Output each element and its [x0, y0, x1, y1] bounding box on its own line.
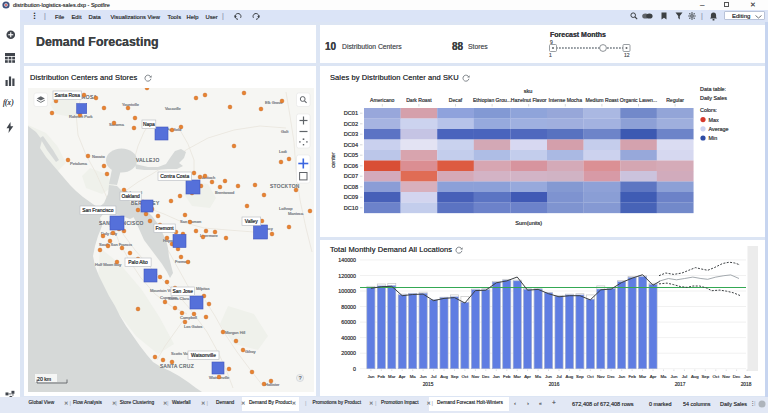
svg-text:Vacaville: Vacaville — [165, 106, 181, 111]
svg-text:Morgan Hill: Morgan Hill — [225, 330, 245, 335]
svg-text:100000: 100000 — [338, 288, 356, 294]
svg-text:Feb: Feb — [628, 374, 636, 379]
svg-text:Average: Average — [709, 126, 729, 132]
svg-text:Sep: Sep — [701, 374, 709, 379]
svg-text:DC05: DC05 — [344, 152, 358, 158]
svg-text:Regular: Regular — [666, 97, 684, 103]
svg-text:0: 0 — [353, 366, 356, 372]
svg-text:Nov: Nov — [472, 374, 480, 379]
svg-text:Galt: Galt — [281, 129, 289, 134]
svg-text:Oct: Oct — [712, 374, 719, 379]
svg-text:DC10: DC10 — [344, 205, 358, 211]
svg-text:Americano: Americano — [370, 97, 395, 103]
svg-text:Dec: Dec — [607, 374, 615, 379]
svg-text:20 km: 20 km — [37, 376, 51, 382]
svg-text:DC09: DC09 — [344, 194, 358, 200]
svg-text:Oct: Oct — [462, 374, 469, 379]
svg-text:Jan: Jan — [744, 374, 752, 379]
svg-text:Max: Max — [709, 117, 719, 123]
svg-text:SANTA CRUZ: SANTA CRUZ — [160, 364, 194, 369]
svg-text:Apr: Apr — [524, 374, 531, 379]
svg-text:Mar: Mar — [513, 374, 521, 379]
svg-text:Fremont: Fremont — [155, 226, 174, 231]
svg-text:20000: 20000 — [341, 350, 356, 356]
svg-text:Oct: Oct — [587, 374, 594, 379]
svg-text:Daily Sales: Daily Sales — [700, 95, 727, 101]
svg-text:Decaf: Decaf — [449, 97, 463, 103]
svg-text:Hollister: Hollister — [265, 382, 280, 387]
svg-text:DC03: DC03 — [344, 131, 358, 137]
svg-text:Scotts Val: Scotts Val — [171, 351, 189, 356]
svg-text:Aug: Aug — [691, 374, 699, 379]
svg-text:Colors:: Colors: — [700, 107, 717, 113]
svg-text:center: center — [330, 152, 336, 168]
svg-text:Oakland: Oakland — [121, 194, 139, 199]
svg-text:Jul: Jul — [431, 374, 437, 379]
svg-text:Jan: Jan — [618, 374, 626, 379]
svg-text:Sep: Sep — [451, 374, 459, 379]
svg-text:Nov: Nov — [722, 374, 730, 379]
svg-text:Mar: Mar — [639, 374, 647, 379]
svg-text:Sep: Sep — [576, 374, 584, 379]
svg-text:DC04: DC04 — [344, 142, 358, 148]
svg-text:Lodi: Lodi — [279, 149, 287, 154]
svg-text:DC01: DC01 — [344, 110, 358, 116]
svg-text:Palo Alto: Palo Alto — [128, 260, 148, 265]
svg-text:Ethiopian Grou...: Ethiopian Grou... — [473, 97, 511, 103]
svg-text:Mountain Vi: Mountain Vi — [150, 288, 171, 293]
svg-text:Data table:: Data table: — [700, 86, 726, 92]
svg-text:Mar: Mar — [388, 374, 396, 379]
svg-text:Medium Roast: Medium Roast — [585, 97, 618, 103]
svg-text:2016: 2016 — [549, 382, 560, 387]
svg-text:Jun: Jun — [670, 374, 678, 379]
svg-text:DC02: DC02 — [344, 121, 358, 127]
svg-text:60000: 60000 — [341, 319, 356, 325]
svg-text:Apr: Apr — [650, 374, 657, 379]
svg-text:Aug: Aug — [440, 374, 448, 379]
svg-text:DC08: DC08 — [344, 184, 358, 190]
svg-text:Ma: Ma — [661, 374, 668, 379]
svg-text:Organic Laven...: Organic Laven... — [620, 97, 657, 103]
svg-text:Feb: Feb — [503, 374, 511, 379]
svg-text:Apr: Apr — [399, 374, 406, 379]
svg-text:Jun: Jun — [420, 374, 428, 379]
svg-text:80000: 80000 — [341, 304, 356, 310]
svg-text:Cupertino: Cupertino — [160, 295, 178, 300]
svg-text:2017: 2017 — [675, 382, 686, 387]
svg-text:Ma: Ma — [535, 374, 542, 379]
svg-text:Intense Mocha: Intense Mocha — [549, 97, 583, 103]
svg-text:Dec: Dec — [482, 374, 490, 379]
svg-text:120000: 120000 — [338, 273, 356, 279]
svg-text:Sum(units): Sum(units) — [515, 220, 542, 226]
svg-text:Lathrop: Lathrop — [279, 206, 293, 211]
svg-text:Brentwood: Brentwood — [215, 190, 234, 195]
svg-text:South San Francis: South San Francis — [99, 242, 132, 247]
svg-text:Sonoma: Sonoma — [109, 122, 125, 127]
svg-text:Los Gatos: Los Gatos — [184, 324, 202, 329]
svg-text:Gilroy: Gilroy — [245, 349, 255, 354]
svg-text:Valley: Valley — [245, 219, 259, 224]
svg-text:Petaluma: Petaluma — [70, 161, 88, 166]
svg-text:Min: Min — [709, 135, 718, 141]
svg-text:Napa: Napa — [143, 122, 155, 127]
svg-text:sku: sku — [524, 88, 533, 94]
svg-text:140000: 140000 — [338, 257, 356, 263]
svg-text:San Jose: San Jose — [173, 289, 194, 294]
svg-text:2018: 2018 — [741, 382, 752, 387]
svg-text:Dec: Dec — [733, 374, 741, 379]
svg-text:Feb: Feb — [378, 374, 386, 379]
svg-text:Hazelnut Flavor: Hazelnut Flavor — [511, 97, 547, 103]
svg-text:Nov: Nov — [597, 374, 605, 379]
svg-text:Yountville: Yountville — [122, 102, 140, 107]
svg-text:San Francisco: San Francisco — [82, 208, 114, 213]
svg-text:Dark Roast: Dark Roast — [406, 97, 432, 103]
svg-text:Contra Costa: Contra Costa — [160, 174, 189, 179]
svg-text:Novato: Novato — [92, 154, 105, 159]
svg-text:Manteca: Manteca — [288, 211, 304, 216]
svg-text:Jul: Jul — [682, 374, 688, 379]
svg-text:Jun: Jun — [545, 374, 553, 379]
svg-text:Watsonville: Watsonville — [191, 353, 216, 358]
svg-text:2015: 2015 — [423, 382, 434, 387]
svg-text:Ma: Ma — [410, 374, 417, 379]
svg-text:40000: 40000 — [341, 335, 356, 341]
